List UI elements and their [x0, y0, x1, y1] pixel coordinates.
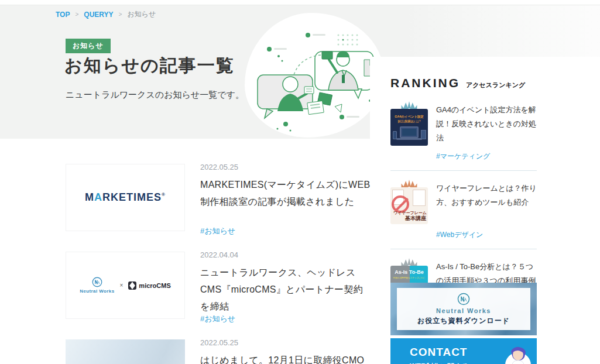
- article-thumbnail-partnership: Neutral Works × microCMS: [66, 252, 185, 319]
- article-title[interactable]: MARKETIMES(マーケタイムズ)にWEB制作相談室の記事が掲載されました: [200, 177, 371, 211]
- neutralworks-logo: Neutral Works: [80, 277, 114, 294]
- neutralworks-logo-icon: [92, 277, 102, 287]
- breadcrumb-top[interactable]: TOP: [56, 11, 70, 19]
- thumb-text: As-Is To-Be: [390, 269, 428, 275]
- ranking-thumb-wrap: 3 ワイヤーフレーム 基本講座: [390, 187, 428, 224]
- ranking-item-title[interactable]: GA4のイベント設定方法を解説！反映されないときの対処法: [436, 102, 537, 146]
- page: TOP > QUERYY > お知らせ お知らせ お知らせの記事一覧 ニュートラ…: [0, 0, 600, 364]
- article-tag[interactable]: #お知らせ: [200, 314, 235, 324]
- divider: [390, 170, 537, 171]
- ranking-subheading: アクセスランキング: [466, 81, 525, 90]
- article-tag[interactable]: #お知らせ: [200, 226, 235, 236]
- marketimes-logo: MARKETIMES®: [85, 191, 166, 204]
- microcms-logo-text: microCMS: [139, 282, 170, 289]
- ranking-item-1[interactable]: 2 GA4のイベント設定方法と 解説のコツとは? GA4のイベント設定方法を解説…: [390, 102, 537, 146]
- ranking-heading: RANKING: [390, 76, 460, 90]
- breadcrumb-current: お知らせ: [127, 9, 156, 19]
- banner-label: お役立ち資料ダウンロード: [417, 316, 510, 326]
- microcms-logo-icon: [128, 281, 136, 290]
- contact-subtext: WEB制作に関する: [410, 362, 469, 364]
- divider: [390, 249, 537, 249]
- article-text: 2022.05.25 MARKETIMES(マーケタイムズ)にWEB制作相談室の…: [200, 163, 371, 211]
- download-banner[interactable]: Neutral Works お役立ち資料ダウンロード: [390, 283, 537, 335]
- ranking-header: RANKING アクセスランキング: [390, 76, 537, 90]
- page-description: ニュートラルワークスのお知らせ一覧です。: [66, 85, 259, 104]
- banner-brand: Neutral Works: [436, 307, 491, 314]
- category-badge: お知らせ: [66, 39, 111, 53]
- contact-banner[interactable]: CONTACT WEB制作に関する: [390, 338, 537, 364]
- ranking-item-2[interactable]: 3 ワイヤーフレーム 基本講座 ワイヤーフレームとは？作り方、おすすめツールも紹…: [390, 180, 537, 224]
- article-title[interactable]: はじめまして。12月1日に取締役CMOに就任し: [200, 352, 371, 364]
- ranking-thumbnail-wireframe: ワイヤーフレーム 基本講座: [390, 187, 428, 224]
- article-thumbnail-photo: [66, 339, 185, 364]
- person-illustration: [500, 342, 533, 364]
- thumb-text: 基本講座: [405, 215, 426, 222]
- breadcrumb: TOP > QUERYY > お知らせ: [56, 9, 156, 19]
- page-title: お知らせの記事一覧: [64, 54, 235, 78]
- phone-icon: [393, 131, 397, 139]
- ranking-item-tag[interactable]: #マーケティング: [436, 152, 537, 162]
- article-date: 2022.05.25: [200, 338, 371, 347]
- article-text: 2022.05.25 はじめまして。12月1日に取締役CMOに就任し: [200, 338, 371, 364]
- hero-illustration: [245, 13, 384, 138]
- article-date: 2022.05.25: [200, 163, 371, 171]
- laptop-icon: [400, 126, 419, 138]
- ranking-thumb-wrap: 2 GA4のイベント設定方法と 解説のコツとは?: [390, 109, 428, 146]
- breadcrumb-separator: >: [75, 11, 78, 18]
- thumb-text: 解説のコツとは?: [395, 119, 423, 124]
- article-title[interactable]: ニュートラルワークス、ヘッドレスCMS『microCMS』とパートナー契約を締結: [200, 265, 371, 315]
- ranking-item-title[interactable]: ワイヤーフレームとは？作り方、おすすめツールも紹介: [436, 180, 537, 224]
- breadcrumb-queryy[interactable]: QUERYY: [84, 11, 113, 19]
- ranking-thumbnail-ga4: GA4のイベント設定方法と 解説のコツとは?: [390, 109, 428, 146]
- neutralworks-logo-text: Neutral Works: [80, 289, 114, 294]
- download-banner-card: Neutral Works お役立ち資料ダウンロード: [397, 288, 530, 330]
- neutralworks-logo-icon: [457, 293, 470, 305]
- ranking-section: RANKING アクセスランキング 2 GA4のイベント設定方法と 解説のコツと…: [390, 76, 537, 318]
- cross-icon: ×: [120, 282, 124, 289]
- breadcrumb-separator: >: [119, 11, 122, 18]
- article-date: 2022.04.04: [200, 250, 371, 259]
- thumb-text: 分析の活用手順をステップごとに: [392, 276, 426, 279]
- ranking-item-tag[interactable]: #Webデザイン: [436, 230, 537, 240]
- microcms-logo: microCMS: [128, 281, 170, 290]
- document-icon: [421, 130, 426, 139]
- article-text: 2022.04.04 ニュートラルワークス、ヘッドレスCMS『microCMS』…: [200, 250, 371, 315]
- contact-heading: CONTACT: [410, 346, 467, 359]
- conversation-illustration: [249, 19, 379, 133]
- article-thumbnail-marketimes: MARKETIMES®: [66, 164, 185, 231]
